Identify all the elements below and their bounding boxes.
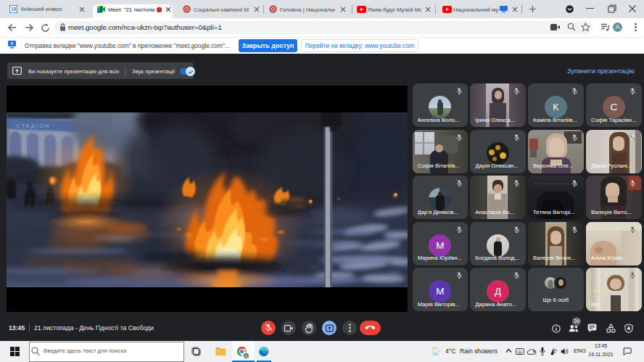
svg-text:19: 19: [11, 7, 17, 12]
svg-text:СТАДІОН: СТАДІОН: [16, 123, 50, 129]
